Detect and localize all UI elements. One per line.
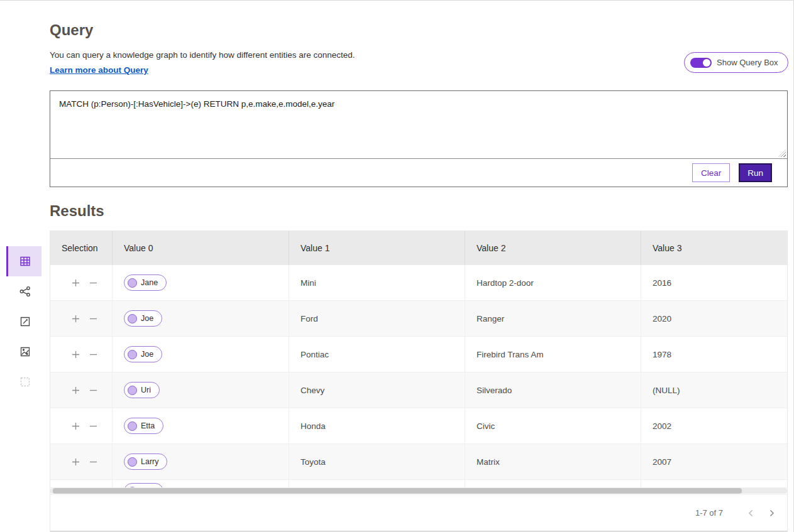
selection-cell (50, 408, 113, 443)
entity-pill[interactable]: Jane (124, 274, 167, 291)
add-selection-icon[interactable] (71, 421, 80, 431)
table-row: Uri Chevy Silverado (NULL) (50, 372, 787, 408)
remove-selection-icon[interactable] (89, 386, 98, 395)
horizontal-scrollbar (50, 488, 787, 494)
pagination-label: 1-7 of 7 (695, 508, 723, 518)
selection-view-button (6, 367, 41, 397)
entity-name: Etta (141, 421, 155, 430)
selection-cell (50, 480, 113, 487)
selection-cell (50, 337, 113, 372)
value3-cell: 2020 (641, 301, 787, 336)
value1-cell: Honda (289, 408, 465, 443)
toggle-switch-icon[interactable] (690, 58, 712, 68)
entity-pill[interactable]: Uri (124, 382, 160, 398)
value0-cell: Etta (113, 408, 289, 443)
entity-dot-icon (128, 487, 137, 488)
value0-cell: Joe (113, 301, 289, 336)
table-footer: 1-7 of 7 (50, 494, 787, 531)
value1-cell: Chevy (289, 372, 465, 408)
value0-cell: Jane (113, 265, 289, 300)
header-value0[interactable]: Value 0 (113, 231, 289, 265)
chart-view-button[interactable] (6, 307, 41, 337)
value0-cell (113, 480, 289, 487)
query-description: You can query a knowledge graph to ident… (50, 50, 355, 60)
value2-cell: Hardtop 2-door (465, 265, 641, 300)
entity-pill[interactable] (124, 483, 163, 487)
view-switcher (6, 246, 41, 397)
value3-cell: 1978 (641, 337, 787, 372)
query-actions: Clear Run (50, 159, 787, 187)
map-view-icon (19, 345, 31, 358)
table-header: Selection Value 0 Value 1 Value 2 Value … (50, 231, 787, 265)
learn-more-link[interactable]: Learn more about Query (50, 65, 148, 75)
value2-cell: Silverado (465, 372, 641, 408)
add-selection-icon[interactable] (71, 278, 80, 288)
map-view-button[interactable] (6, 337, 41, 367)
value0-cell: Larry (113, 444, 289, 479)
query-box: MATCH (p:Person)-[:HasVehicle]->(e) RETU… (50, 90, 788, 187)
pagination-prev-button[interactable] (743, 505, 759, 521)
add-selection-icon[interactable] (71, 457, 80, 467)
table-body: Jane Mini Hardtop 2-door 2016 Joe (50, 265, 787, 480)
query-input-wrap: MATCH (p:Person)-[:HasVehicle]->(e) RETU… (50, 91, 787, 159)
results-table: Selection Value 0 Value 1 Value 2 Value … (50, 231, 788, 532)
selection-cell (50, 372, 113, 408)
entity-dot-icon (128, 421, 137, 431)
entity-dot-icon (128, 350, 137, 359)
remove-selection-icon[interactable] (89, 421, 98, 431)
entity-name: Larry (141, 457, 158, 466)
entity-pill[interactable]: Etta (124, 418, 163, 434)
value1-cell: Ford (289, 301, 465, 336)
add-selection-icon[interactable] (71, 350, 80, 359)
value2-cell: Matrix (465, 444, 641, 479)
add-selection-icon[interactable] (71, 386, 80, 395)
table-row: Joe Pontiac Firebird Trans Am 1978 (50, 337, 787, 372)
remove-selection-icon[interactable] (89, 457, 98, 467)
table-row: Jane Mini Hardtop 2-door 2016 (50, 265, 787, 301)
header-value1[interactable]: Value 1 (289, 231, 465, 265)
show-query-box-toggle[interactable]: Show Query Box (684, 52, 788, 73)
table-view-icon (19, 255, 31, 268)
entity-name: Joe (141, 350, 153, 359)
chart-view-icon (19, 315, 31, 328)
selection-cell (50, 301, 113, 336)
table-view-button[interactable] (6, 246, 41, 276)
remove-selection-icon[interactable] (89, 314, 98, 323)
add-selection-icon[interactable] (71, 314, 80, 323)
value2-cell: Ranger (465, 301, 641, 336)
value1-cell: Pontiac (289, 337, 465, 372)
remove-selection-icon[interactable] (89, 278, 98, 288)
table-row: Joe Ford Ranger 2020 (50, 301, 787, 337)
entity-pill[interactable]: Larry (124, 453, 167, 470)
header-value3[interactable]: Value 3 (641, 231, 787, 265)
entity-dot-icon (128, 278, 137, 288)
remove-selection-icon[interactable] (89, 350, 98, 359)
selection-cell (50, 444, 113, 479)
scrollbar-thumb[interactable] (53, 488, 742, 494)
entity-pill[interactable]: Joe (124, 310, 162, 327)
toggle-knob (703, 59, 710, 67)
entity-name: Jane (141, 278, 158, 287)
entity-pill[interactable]: Joe (124, 346, 162, 362)
run-button[interactable]: Run (739, 163, 772, 182)
clear-button[interactable]: Clear (692, 163, 730, 182)
value1-cell: Mini (289, 265, 465, 300)
entity-name: Joe (141, 314, 153, 323)
header-value2[interactable]: Value 2 (465, 231, 641, 265)
entity-dot-icon (128, 457, 137, 467)
header-selection[interactable]: Selection (50, 231, 113, 265)
table-row-partial (50, 480, 787, 488)
table-row: Larry Toyota Matrix 2007 (50, 444, 787, 480)
query-panel: Query You can query a knowledge graph to… (0, 0, 794, 532)
value2-cell: Civic (465, 408, 641, 443)
value0-cell: Joe (113, 337, 289, 372)
link-chart-view-button[interactable] (6, 276, 41, 307)
pagination-next-button[interactable] (763, 505, 780, 521)
query-section-title: Query (50, 21, 93, 39)
value2-cell: Firebird Trans Am (465, 337, 641, 372)
value3-cell: 2007 (641, 444, 787, 479)
value0-cell: Uri (113, 372, 289, 408)
entity-name: Uri (141, 386, 151, 394)
query-input[interactable]: MATCH (p:Person)-[:HasVehicle]->(e) RETU… (50, 91, 787, 158)
entity-dot-icon (128, 386, 137, 395)
